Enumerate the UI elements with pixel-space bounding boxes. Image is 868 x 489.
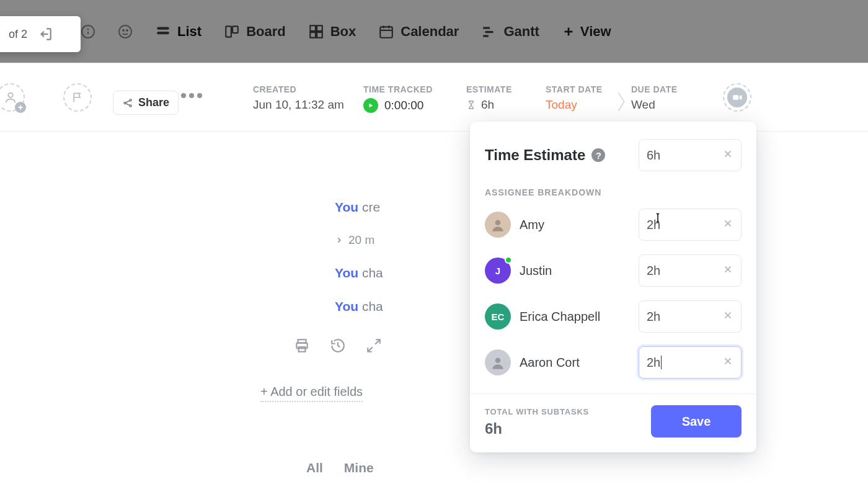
play-icon (368, 102, 374, 109)
expand-icon[interactable] (366, 338, 382, 354)
assignee-estimate-value: 2h (647, 310, 660, 324)
view-tab-label: Calendar (401, 24, 459, 40)
share-icon (122, 97, 133, 109)
tracked-value: 0:00:00 (384, 99, 423, 112)
activity-feed: You cre 20 m You cha You cha (335, 200, 383, 314)
svg-rect-12 (310, 32, 316, 38)
svg-rect-10 (310, 25, 316, 31)
assignee-estimate-value: 2h (647, 356, 660, 370)
total-value: 6h (485, 420, 589, 437)
due-label: DUE DATE (631, 84, 678, 94)
view-tab-calendar[interactable]: Calendar (378, 24, 459, 40)
assignee-row: Aaron Cort2h (485, 346, 742, 379)
tab-mine[interactable]: Mine (344, 460, 374, 475)
assignee-estimate-value: 2h (647, 264, 660, 278)
video-icon (732, 92, 743, 103)
avatar (485, 212, 511, 238)
assignee-estimate-input[interactable]: 2h (639, 300, 742, 333)
clear-icon[interactable] (722, 148, 733, 163)
view-tab-board[interactable]: Board (224, 24, 286, 40)
list-icon (155, 24, 171, 40)
svg-point-27 (130, 105, 131, 107)
share-label: Share (138, 96, 169, 109)
clear-icon[interactable] (722, 264, 733, 278)
priority-flag-button[interactable] (63, 83, 92, 112)
play-button[interactable] (363, 98, 378, 113)
clear-icon[interactable] (722, 356, 733, 370)
svg-point-3 (119, 25, 131, 38)
assignee-estimate-input[interactable]: 2h (639, 209, 742, 241)
clear-icon[interactable] (722, 310, 733, 324)
clear-icon[interactable] (722, 218, 733, 232)
tracked-label: TIME TRACKED (363, 84, 433, 94)
view-tab-box[interactable]: Box (308, 24, 356, 40)
pager-text: of 2 (9, 28, 27, 41)
avatar (485, 349, 511, 375)
box-icon (308, 24, 324, 40)
view-switcher-bar: List Board Box Calendar Gantt View of 2 (0, 0, 868, 63)
video-call-button[interactable] (723, 83, 751, 112)
exit-icon[interactable] (37, 26, 53, 42)
popover-divider (470, 393, 756, 394)
view-tab-label: Gantt (503, 24, 539, 40)
share-button[interactable]: Share (113, 91, 179, 115)
created-label: CREATED (253, 84, 344, 94)
svg-line-37 (368, 347, 373, 352)
add-assignee-button[interactable]: + (0, 83, 25, 112)
estimate-total-input[interactable]: 6h (639, 139, 742, 171)
presence-dot (505, 256, 512, 264)
avatar: J (485, 258, 511, 284)
tab-all[interactable]: All (306, 460, 323, 475)
task-pager[interactable]: of 2 (0, 16, 81, 52)
view-tab-list[interactable]: List (155, 24, 202, 40)
assignee-estimate-input[interactable]: 2h (639, 346, 742, 379)
svg-rect-8 (226, 26, 231, 37)
chevron-right-icon (335, 236, 343, 244)
gantt-icon (481, 24, 497, 40)
view-tab-label: List (177, 24, 202, 40)
meta-start-date[interactable]: START DATE Today (546, 84, 603, 112)
svg-point-40 (495, 220, 501, 225)
svg-line-29 (126, 103, 130, 105)
svg-marker-30 (370, 104, 373, 108)
add-fields-button[interactable]: + Add or edit fields (260, 385, 363, 402)
assignee-row: Amy2h (485, 209, 742, 241)
activity-line: You cre (335, 200, 383, 215)
estimate-total-value: 6h (647, 148, 660, 163)
history-icon[interactable] (330, 338, 346, 354)
assignee-row: JJustin2h (485, 254, 742, 287)
chevron-right-icon (615, 89, 629, 114)
add-view-button[interactable]: View (562, 24, 611, 40)
svg-point-5 (126, 30, 128, 31)
meta-created: CREATED Jun 10, 11:32 am (253, 84, 344, 112)
svg-line-28 (126, 101, 130, 102)
help-icon[interactable]: ? (591, 148, 605, 162)
time-estimate-popover: Time Estimate ? 6h ASSIGNEE BREAKDOWN Am… (470, 122, 756, 452)
print-icon[interactable] (294, 338, 310, 354)
person-icon (4, 91, 17, 104)
flag-icon (71, 91, 84, 104)
meta-due-date[interactable]: DUE DATE Wed (631, 84, 678, 112)
activity-subline[interactable]: 20 m (335, 233, 383, 247)
view-tabs: List Board Box Calendar Gantt View (81, 0, 611, 63)
calendar-icon (378, 24, 394, 40)
svg-point-2 (88, 29, 89, 29)
activity-line: You cha (335, 266, 383, 280)
more-actions-button[interactable] (181, 93, 202, 98)
svg-rect-19 (485, 30, 494, 32)
total-label: TOTAL WITH SUBTASKS (485, 407, 589, 416)
svg-rect-11 (317, 25, 322, 31)
svg-rect-7 (157, 32, 169, 34)
view-tab-gantt[interactable]: Gantt (481, 24, 539, 40)
plus-badge: + (15, 102, 26, 113)
assignee-breakdown-label: ASSIGNEE BREAKDOWN (485, 187, 742, 197)
svg-point-4 (123, 30, 124, 31)
start-label: START DATE (546, 84, 603, 94)
meta-time-tracked[interactable]: TIME TRACKED 0:00:00 (363, 84, 433, 113)
meta-estimate[interactable]: ESTIMATE 6h (466, 84, 512, 112)
info-icon (81, 24, 95, 39)
due-value: Wed (631, 98, 678, 112)
assignee-estimate-input[interactable]: 2h (639, 254, 742, 287)
created-value: Jun 10, 11:32 am (253, 98, 344, 112)
save-button[interactable]: Save (651, 405, 742, 437)
